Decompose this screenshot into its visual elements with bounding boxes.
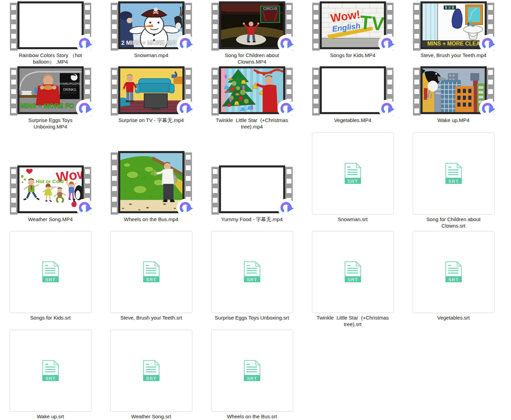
srt-file-tile: SRT (110, 231, 192, 313)
srt-icon-label: SRT (448, 277, 458, 282)
file-name-label: Steve, Brush your Teeth.mp4 (420, 52, 486, 58)
play-overlay-icon (76, 35, 94, 53)
file-item-surprise-on-tv-mp4[interactable]: Surprise on TV - 字幕无.mp4 (101, 67, 202, 133)
file-name-label: Weather Song.MP4 (28, 216, 73, 222)
file-name-label: Song for Children about Clowns.srt (416, 216, 492, 229)
srt-document-icon: SRT (444, 163, 463, 184)
play-overlay-icon (378, 35, 396, 53)
file-name-label: Snowman.srt (338, 216, 368, 222)
file-item-yummy-food-mp4[interactable]: Yummy Food - 字幕无.mp4 (202, 133, 302, 230)
filmstrip-left-reel (312, 3, 320, 51)
file-name-label: Weather Song.srt (131, 413, 171, 420)
filmstrip-left-reel (111, 3, 118, 51)
filmstrip-icon: Wow! English TV (312, 1, 393, 51)
menu-board-line1: HAMBURGERS (58, 82, 81, 85)
grid-row-3: Wow Hot or Cold ? Part 1 (0, 133, 511, 230)
srt-file-tile: SRT (312, 231, 394, 313)
play-overlay-icon (76, 99, 94, 118)
file-name-label: Surprise Eggs Toys Unboxing.srt (215, 314, 289, 321)
srt-icon-label: SRT (146, 277, 156, 282)
file-name-label: Steve, Brush your Teeth.srt (120, 314, 182, 321)
file-item-steve-brush-your-teeth-mp4[interactable]: MINS + MORE CLEANN Steve, Brush your Tee… (403, 0, 504, 67)
file-item-song-for-children-about-clowns-mp4[interactable]: CIRCUS Song for Children about Clowns.MP… (202, 0, 302, 67)
file-item-wake-up-mp4[interactable]: Wake up.MP4 (403, 67, 504, 133)
play-overlay-icon (277, 35, 295, 53)
file-item-rainbow-colors-story-mp4[interactable]: Rainbow Colors Story （hot balloon） .MP4 (0, 0, 101, 67)
play-overlay-icon (177, 199, 195, 217)
srt-document-icon: SRT (243, 360, 262, 381)
srt-icon-label: SRT (45, 376, 55, 381)
filmstrip-left-reel (211, 68, 219, 116)
srt-icon-label: SRT (247, 376, 257, 381)
file-item-weather-song-srt[interactable]: SRT Weather Song.srt (101, 328, 202, 420)
grid-row-2: HAMBURGERS DRINKS MINS + MORE FO (0, 67, 511, 133)
file-item-vegetables-mp4[interactable]: Vegetables.MP4 (302, 67, 403, 133)
file-item-snowman-srt[interactable]: SRT Snowman.srt (302, 133, 403, 230)
srt-document-icon: SRT (243, 261, 262, 283)
srt-document-icon: SRT (41, 261, 60, 283)
srt-file-tile: SRT (413, 133, 495, 215)
file-name-label: Twinkle Little Star (+Christmas tree).mp… (214, 117, 290, 130)
filmstrip-left-reel (10, 68, 17, 116)
file-item-twinkle-little-star-srt[interactable]: SRT Twinkle Little Star (+Christmas tree… (302, 230, 403, 328)
video-thumbnail-green-hill (118, 151, 184, 213)
filmstrip-left-reel (413, 3, 420, 51)
file-name-label: Wake up.MP4 (438, 117, 470, 123)
play-overlay-icon (277, 199, 295, 217)
video-thumbnail-city-bird (420, 66, 487, 114)
filmstrip-left-reel (211, 3, 219, 51)
file-item-steve-brush-your-teeth-srt[interactable]: SRT Steve, Brush your Teeth.srt (101, 230, 202, 328)
filmstrip-icon: HAMBURGERS DRINKS MINS + MORE FO (10, 66, 91, 116)
srt-document-icon: SRT (41, 360, 60, 381)
file-name-label: Songs for Kids.MP4 (330, 52, 375, 58)
file-item-vegetables-srt[interactable]: SRT Vegetables.srt (403, 230, 504, 328)
filmstrip-left-reel (10, 3, 17, 51)
file-name-label: Songs for Kids.srt (30, 314, 70, 321)
srt-icon-label: SRT (45, 277, 55, 282)
file-icon-grid: Rainbow Colors Story （hot balloon） .MP4 (0, 0, 511, 420)
video-thumbnail-wow-english-tv: Wow! English TV (320, 1, 386, 49)
srt-icon-label: SRT (247, 277, 257, 282)
file-item-wake-up-srt[interactable]: SRT Wake up.srt (0, 328, 101, 420)
video-thumbnail-dancing: Wow Hot or Cold ? Part 1 (17, 165, 84, 213)
thumbnail-caption: MINS + MORE FO (20, 102, 74, 109)
file-item-surprise-eggs-toys-unboxing-mp4[interactable]: HAMBURGERS DRINKS MINS + MORE FO (0, 67, 101, 133)
srt-icon-label: SRT (347, 179, 358, 184)
file-item-wheels-on-the-bus-srt[interactable]: SRT Wheels on the Bus.srt (202, 328, 302, 420)
srt-file-tile: SRT (211, 231, 293, 313)
srt-icon-label: SRT (347, 277, 358, 282)
video-thumbnail-blank (17, 1, 84, 49)
video-thumbnail-burger: HAMBURGERS DRINKS MINS + MORE FO (17, 66, 84, 114)
play-overlay-icon (277, 99, 295, 118)
srt-file-tile: SRT (312, 133, 394, 215)
file-item-weather-song-mp4[interactable]: Wow Hot or Cold ? Part 1 (0, 133, 101, 230)
filmstrip-icon (211, 66, 293, 116)
filmstrip-left-reel (312, 68, 320, 116)
file-name-label: Song for Children about Clowns.MP4 (214, 52, 290, 65)
file-name-label: Snowman.mp4 (134, 52, 168, 58)
file-item-songs-for-kids-srt[interactable]: SRT Songs for Kids.srt (0, 230, 101, 328)
filmstrip-left-reel (111, 68, 118, 116)
video-thumbnail-bathroom: MINS + MORE CLEANN (420, 1, 487, 49)
video-thumbnail-blank (320, 66, 386, 114)
srt-document-icon: SRT (343, 261, 362, 283)
srt-file-tile: SRT (110, 330, 192, 412)
thumbnail-caption-title: Hot or Cold ? (36, 178, 68, 184)
file-item-song-for-children-about-clowns-srt[interactable]: SRT Song for Children about Clowns.srt (403, 133, 504, 230)
thumbnail-caption: MINS + MORE CLEANN (427, 41, 485, 46)
file-item-wheels-on-the-bus-mp4[interactable]: Wheels on the Bus.mp4 (101, 133, 202, 230)
filmstrip-icon: Wow Hot or Cold ? Part 1 (10, 165, 91, 215)
file-name-label: Wake up.srt (37, 413, 64, 420)
play-overlay-icon (177, 35, 195, 53)
file-name-label: Twinkle Little Star (+Christmas tree).sr… (315, 314, 391, 327)
file-item-snowman-mp4[interactable]: 2 MINS + MORE SNO Snowman.mp4 (101, 0, 202, 67)
file-item-songs-for-kids-mp4[interactable]: Wow! English TV Songs for Kids.MP4 (302, 0, 403, 67)
file-item-twinkle-little-star-mp4[interactable]: Twinkle Little Star (+Christmas tree).mp… (202, 67, 302, 133)
thumbnail-caption: 2 MINS + MORE SNO (121, 40, 179, 46)
video-thumbnail-blank (219, 165, 285, 213)
file-item-surprise-eggs-toys-unboxing-srt[interactable]: SRT Surprise Eggs Toys Unboxing.srt (202, 230, 302, 328)
play-overlay-icon (479, 99, 497, 118)
file-name-label: Vegetables.MP4 (334, 117, 371, 123)
srt-file-tile: SRT (413, 231, 495, 313)
file-name-label: Yummy Food - 字幕无.mp4 (221, 216, 282, 222)
